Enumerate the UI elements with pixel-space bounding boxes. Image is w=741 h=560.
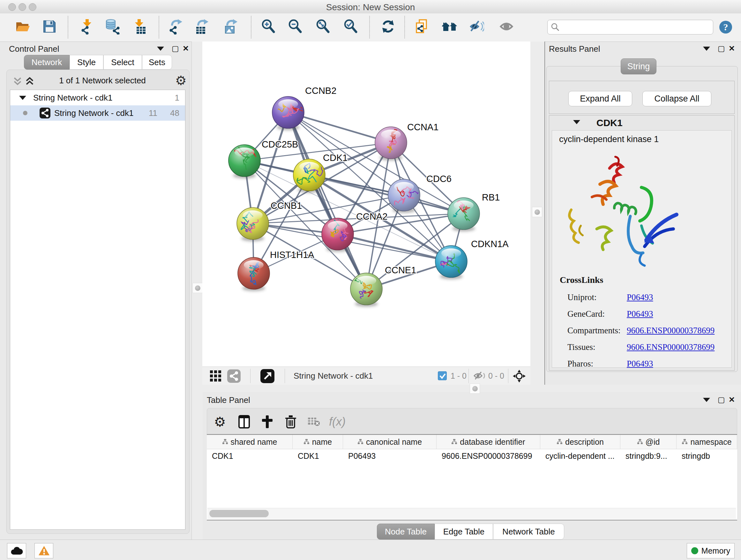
column-header-description[interactable]: description — [540, 435, 620, 449]
table-cell[interactable]: stringdb — [677, 449, 737, 463]
toolbar-separator — [68, 16, 68, 38]
table-cell[interactable]: CDK1 — [293, 449, 343, 463]
table-cell[interactable]: CDK1 — [207, 449, 293, 463]
crosslink-value[interactable]: P06493 — [627, 359, 653, 369]
network-node[interactable] — [238, 257, 270, 291]
import-network-from-file-button[interactable] — [78, 18, 96, 37]
single-network-view-icon[interactable] — [227, 369, 241, 383]
left-splitter-grip[interactable] — [192, 283, 203, 293]
crosslink-value[interactable]: P06493 — [627, 293, 653, 302]
expand-all-button[interactable]: Expand All — [568, 91, 632, 106]
export-network-button[interactable] — [167, 18, 185, 37]
help-button[interactable]: ? — [717, 18, 735, 37]
network-node[interactable] — [349, 273, 382, 307]
collapse-all-button[interactable]: Collapse All — [643, 91, 711, 106]
tab-select[interactable]: Select — [104, 55, 142, 70]
import-network-from-database-button[interactable] — [104, 18, 121, 37]
column-header-canonical-name[interactable]: canonical name — [343, 435, 436, 449]
tab-string[interactable]: String — [621, 58, 657, 74]
horizontal-splitter-grip[interactable] — [470, 383, 480, 394]
separator — [285, 369, 285, 383]
network-graph[interactable]: CCNB2CCNA1CDC25BCDK1CDC6RB1CCNB1CCNA2CDK… — [202, 42, 530, 367]
collapse-all-networks-icon[interactable] — [24, 77, 36, 86]
search-input[interactable] — [560, 22, 710, 32]
column-header-namespace[interactable]: namespace — [677, 435, 737, 449]
network-collection-row[interactable]: String Network - cdk1 1 — [10, 90, 185, 105]
tab-edge-table[interactable]: Edge Table — [434, 523, 493, 540]
crosslink-value[interactable]: P06493 — [627, 309, 653, 319]
toggle-birds-eye-view-button[interactable] — [497, 18, 515, 37]
right-splitter[interactable] — [530, 42, 545, 385]
save-session-button[interactable] — [41, 18, 58, 37]
import-table-from-file-button[interactable] — [130, 18, 148, 37]
results-panel-collapse-icon[interactable] — [703, 47, 710, 51]
control-panel-close-icon[interactable]: ✕ — [183, 44, 189, 53]
collection-expand-icon[interactable] — [19, 96, 26, 100]
table-row[interactable]: CDK1CDK1P064939606.ENSP00000378699cyclin… — [207, 449, 737, 463]
network-row[interactable]: String Network - cdk1 11 48 — [10, 105, 185, 121]
memory-button[interactable]: Memory — [687, 543, 735, 558]
zoom-fit-content-button[interactable] — [314, 18, 332, 37]
delete-column-trash-icon[interactable] — [282, 414, 299, 430]
entry-collapse-icon[interactable] — [573, 120, 580, 124]
open-session-button[interactable] — [14, 18, 31, 37]
table-cell[interactable]: 9606.ENSP00000378699 — [436, 449, 540, 463]
tab-network[interactable]: Network — [24, 55, 70, 70]
detach-view-icon[interactable] — [260, 369, 274, 383]
tab-sets[interactable]: Sets — [142, 55, 172, 70]
column-header-shared-name[interactable]: shared name — [207, 435, 293, 449]
control-panel-float-icon[interactable]: ▢ — [172, 44, 179, 53]
table-panel-float-icon[interactable]: ▢ — [718, 395, 725, 404]
export-table-button[interactable] — [193, 18, 211, 37]
horizontal-splitter[interactable] — [202, 385, 741, 392]
warnings-button[interactable] — [35, 543, 53, 558]
network-node[interactable] — [448, 198, 480, 232]
tab-node-table[interactable]: Node Table — [377, 523, 434, 540]
scrollbar-thumb[interactable] — [209, 510, 269, 517]
birds-eye-crosshair-icon[interactable] — [513, 369, 526, 383]
zoom-selected-region-button[interactable] — [342, 18, 360, 37]
expand-all-networks-icon[interactable] — [12, 77, 23, 86]
tab-style[interactable]: Style — [70, 55, 104, 70]
grid-view-icon[interactable] — [210, 370, 221, 382]
network-canvas[interactable]: CCNB2CCNA1CDC25BCDK1CDC6RB1CCNB1CCNA2CDK… — [202, 42, 530, 367]
table-cell[interactable]: P06493 — [343, 449, 436, 463]
cloud-status-button[interactable] — [7, 543, 26, 558]
results-panel-float-icon[interactable]: ▢ — [718, 44, 725, 53]
column-header-database-identifier[interactable]: database identifier — [436, 435, 540, 449]
network-node[interactable] — [388, 179, 427, 213]
column-header--id[interactable]: @id — [620, 435, 677, 449]
table-panel-collapse-icon[interactable] — [703, 398, 710, 402]
node-label: CDKN1A — [471, 239, 509, 249]
tab-network-table[interactable]: Network Table — [493, 523, 564, 540]
search-box[interactable] — [547, 20, 713, 35]
create-column-plus-icon[interactable] — [259, 414, 275, 430]
left-splitter[interactable] — [192, 42, 203, 540]
table-cell[interactable]: cyclin-dependent ... — [540, 449, 620, 463]
show-all-panels-button[interactable] — [441, 18, 459, 37]
crosslink-value[interactable]: 9606.ENSP00000378699 — [627, 326, 715, 335]
node-table[interactable]: shared name name canonical name database… — [207, 434, 737, 520]
toggle-graphics-details-button[interactable] — [467, 18, 485, 37]
zoom-out-button[interactable] — [286, 18, 304, 37]
network-node[interactable] — [435, 246, 467, 279]
zoom-in-button[interactable] — [259, 18, 277, 37]
table-panel-close-icon[interactable]: ✕ — [729, 395, 735, 404]
crosslink-value[interactable]: 9606.ENSP00000378699 — [627, 342, 715, 352]
network-node[interactable] — [237, 207, 269, 241]
refresh-network-view-button[interactable] — [379, 18, 397, 37]
control-panel-collapse-icon[interactable] — [157, 47, 164, 51]
network-node[interactable] — [375, 127, 407, 161]
right-splitter-grip[interactable] — [532, 207, 542, 217]
network-options-gear-icon[interactable]: ⚙ — [175, 73, 187, 88]
network-node[interactable] — [293, 159, 325, 193]
show-columns-icon[interactable] — [236, 414, 253, 430]
selected-nodes-checkbox-icon[interactable] — [438, 371, 447, 380]
column-header-name[interactable]: name — [293, 435, 343, 449]
duplicate-network-button[interactable] — [413, 18, 431, 37]
table-cell[interactable]: stringdb:9... — [620, 449, 677, 463]
table-options-gear-icon[interactable]: ⚙ — [212, 414, 228, 430]
export-image-button[interactable] — [222, 18, 240, 37]
table-horizontal-scrollbar[interactable] — [207, 508, 736, 519]
results-panel-close-icon[interactable]: ✕ — [729, 44, 735, 53]
